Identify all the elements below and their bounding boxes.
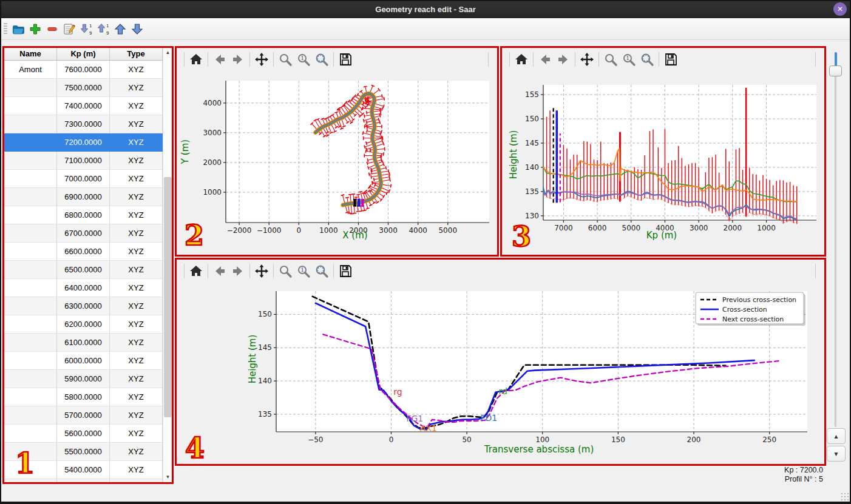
save-button[interactable]: [336, 263, 354, 280]
table-row[interactable]: 7000.0000XYZ: [4, 170, 163, 188]
table-row[interactable]: 5800.0000XYZ: [4, 388, 163, 406]
table-cell[interactable]: XYZ: [110, 334, 163, 352]
table-row[interactable]: 6500.0000XYZ: [4, 261, 163, 279]
home-button[interactable]: [512, 51, 531, 68]
table-row[interactable]: 5900.0000XYZ: [4, 370, 163, 388]
table-row[interactable]: 7100.0000XYZ: [4, 152, 163, 170]
table-cell[interactable]: [4, 224, 57, 243]
sort-descending-button[interactable]: 1 9: [79, 21, 93, 37]
add-profile-button[interactable]: [28, 21, 42, 37]
resize-grip[interactable]: [841, 492, 849, 501]
table-cell[interactable]: [4, 334, 57, 352]
forward-button[interactable]: [229, 263, 247, 280]
table-cell[interactable]: XYZ: [110, 133, 163, 152]
column-header[interactable]: Name: [4, 48, 57, 60]
table-cell[interactable]: XYZ: [110, 479, 163, 482]
zoom-one-button[interactable]: 1: [620, 51, 638, 68]
table-cell[interactable]: 5900.0000: [57, 370, 110, 388]
scroll-down-icon[interactable]: ▼: [163, 472, 172, 482]
table-row[interactable]: 7200.0000XYZ: [4, 133, 163, 152]
table-cell[interactable]: [4, 243, 57, 261]
table-row[interactable]: 6600.0000XYZ: [4, 243, 163, 261]
long-profile-chart[interactable]: 7000600050004000300020001000130135140145…: [502, 71, 824, 255]
table-cell[interactable]: [4, 261, 57, 279]
table-cell[interactable]: XYZ: [110, 279, 163, 297]
table-cell[interactable]: 7300.0000: [57, 115, 110, 133]
table-cell[interactable]: [4, 188, 57, 206]
table-cell[interactable]: XYZ: [110, 206, 163, 224]
table-row[interactable]: 6200.0000XYZ: [4, 315, 163, 334]
table-cell[interactable]: [4, 133, 57, 152]
table-cell[interactable]: 7000.0000: [57, 170, 110, 188]
table-row[interactable]: 6900.0000XYZ: [4, 188, 163, 206]
profile-up-button[interactable]: ▲: [827, 428, 846, 444]
table-cell[interactable]: 7600.0000: [57, 61, 110, 79]
table-cell[interactable]: XYZ: [110, 352, 163, 370]
zoom-one-button[interactable]: 1: [294, 263, 313, 280]
profile-slider-track[interactable]: [835, 52, 837, 427]
profile-down-button[interactable]: ▼: [827, 446, 846, 462]
table-cell[interactable]: XYZ: [110, 406, 163, 425]
zoom-select-button[interactable]: [638, 51, 656, 68]
zoom-one-button[interactable]: 1: [294, 51, 313, 68]
forward-button[interactable]: [229, 51, 247, 68]
table-cell[interactable]: 7100.0000: [57, 152, 110, 170]
table-row[interactable]: 7300.0000XYZ: [4, 115, 163, 133]
column-header[interactable]: Kp (m): [57, 48, 110, 60]
table-cell[interactable]: XYZ: [110, 370, 163, 388]
zoom-button[interactable]: [276, 263, 294, 280]
table-row[interactable]: Amont7600.0000XYZ: [4, 61, 163, 79]
table-row[interactable]: 5600.0000XYZ: [4, 425, 163, 443]
table-cell[interactable]: XYZ: [110, 425, 163, 443]
table-cell[interactable]: XYZ: [110, 152, 163, 170]
table-cell[interactable]: 6500.0000: [57, 261, 110, 279]
table-cell[interactable]: 6300.0000: [57, 297, 110, 315]
forward-button[interactable]: [554, 51, 572, 68]
table-cell[interactable]: XYZ: [110, 79, 163, 97]
table-cell[interactable]: 6600.0000: [57, 243, 110, 261]
table-row[interactable]: 6800.0000XYZ: [4, 206, 163, 224]
table-cell[interactable]: 7400.0000: [57, 97, 110, 115]
back-button[interactable]: [536, 51, 554, 68]
table-cell[interactable]: [4, 352, 57, 370]
table-cell[interactable]: [4, 370, 57, 388]
table-cell[interactable]: [4, 425, 57, 443]
profiles-table[interactable]: NameKp (m)Type Amont7600.0000XYZ7500.000…: [4, 48, 163, 482]
profile-slider-handle[interactable]: [829, 66, 842, 76]
table-cell[interactable]: 5800.0000: [57, 388, 110, 406]
save-button[interactable]: [662, 51, 680, 68]
table-cell[interactable]: 5700.0000: [57, 406, 110, 425]
table-cell[interactable]: XYZ: [110, 61, 163, 79]
table-cell[interactable]: [4, 79, 57, 97]
table-cell[interactable]: 6200.0000: [57, 315, 110, 334]
pan-button[interactable]: [253, 51, 271, 68]
table-cell[interactable]: 6700.0000: [57, 224, 110, 243]
table-cell[interactable]: 5400.0000: [57, 461, 110, 479]
zoom-button[interactable]: [602, 51, 620, 68]
table-body[interactable]: Amont7600.0000XYZ7500.0000XYZ7400.0000XY…: [4, 61, 163, 482]
back-button[interactable]: [211, 263, 229, 280]
table-row[interactable]: 6300.0000XYZ: [4, 297, 163, 315]
toolbar-drag-handle[interactable]: [4, 23, 7, 35]
table-scrollbar[interactable]: ▲ ▼: [163, 48, 172, 482]
table-cell[interactable]: [4, 170, 57, 188]
table-cell[interactable]: XYZ: [110, 188, 163, 206]
table-header[interactable]: NameKp (m)Type: [4, 48, 163, 61]
table-row[interactable]: 6400.0000XYZ: [4, 279, 163, 297]
table-cell[interactable]: [4, 297, 57, 315]
table-cell[interactable]: [4, 315, 57, 334]
table-cell[interactable]: [4, 97, 57, 115]
title-bar[interactable]: Geometry reach edit - Saar ✕: [0, 0, 851, 18]
table-cell[interactable]: [4, 406, 57, 425]
table-cell[interactable]: XYZ: [110, 261, 163, 279]
plan-view-chart[interactable]: −2000−1000010002000300040005000100020003…: [177, 71, 497, 255]
table-cell[interactable]: 6900.0000: [57, 188, 110, 206]
zoom-button[interactable]: [276, 51, 294, 68]
scroll-up-icon[interactable]: ▲: [163, 48, 172, 58]
table-row[interactable]: 7400.0000XYZ: [4, 97, 163, 115]
table-cell[interactable]: [4, 115, 57, 133]
home-button[interactable]: [187, 263, 205, 280]
table-cell[interactable]: [4, 152, 57, 170]
scrollbar-thumb[interactable]: [164, 177, 172, 417]
table-cell[interactable]: XYZ: [110, 388, 163, 406]
